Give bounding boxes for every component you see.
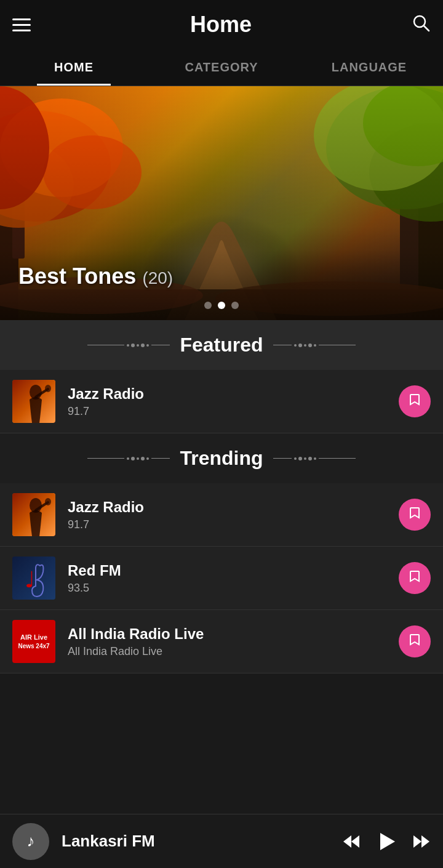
app-header: Home: [0, 0, 443, 49]
air-freq: All India Radio Live: [68, 645, 386, 658]
featured-jazz-radio-bookmark[interactable]: [399, 385, 431, 417]
hero-text: Best Tones (20): [18, 263, 173, 289]
page-title: Home: [190, 12, 252, 38]
hero-dot-2[interactable]: [218, 302, 225, 309]
featured-item-jazz-radio: Jazz Radio 91.7: [0, 370, 443, 433]
bookmark-icon-4: [408, 633, 421, 650]
red-fm-thumb: ♩: [12, 557, 55, 600]
play-button[interactable]: [375, 830, 397, 853]
trending-jazz-radio-bookmark[interactable]: [399, 499, 431, 531]
svg-line-1: [424, 26, 429, 31]
menu-button[interactable]: [12, 18, 31, 31]
svg-marker-31: [380, 833, 395, 850]
tab-bar: HOME CATEGORY LANGUAGE: [0, 49, 443, 86]
air-thumb: AIR Live News 24x7: [12, 620, 55, 663]
svg-marker-33: [421, 835, 429, 848]
jazz-radio-thumb: [12, 380, 55, 423]
divider-right: [273, 344, 356, 347]
player-title: Lankasri FM: [62, 832, 330, 851]
music-note-icon: ♪: [27, 832, 35, 851]
search-icon[interactable]: [411, 13, 431, 37]
tab-category[interactable]: CATEGORY: [148, 49, 295, 86]
air-bookmark[interactable]: [399, 625, 431, 657]
trending-jazz-radio-name: Jazz Radio: [68, 499, 386, 516]
trending-divider-left: [87, 457, 170, 460]
svg-marker-29: [343, 835, 351, 848]
trending-title: Trending: [180, 447, 263, 470]
trending-jazz-thumb: [12, 493, 55, 536]
trending-item-air: AIR Live News 24x7 All India Radio Live …: [0, 610, 443, 673]
red-fm-freq: 93.5: [68, 582, 386, 595]
featured-jazz-radio-info: Jazz Radio 91.7: [68, 385, 386, 418]
forward-button[interactable]: [412, 832, 431, 851]
player-thumb: ♪: [12, 823, 49, 860]
trending-jazz-radio-freq: 91.7: [68, 518, 386, 531]
trending-section-header: Trending: [0, 433, 443, 483]
tab-home[interactable]: HOME: [0, 49, 148, 86]
air-logo-text: AIR Live News 24x7: [18, 633, 49, 649]
featured-jazz-radio-name: Jazz Radio: [68, 385, 386, 403]
svg-text:♩: ♩: [25, 567, 35, 592]
red-fm-info: Red FM 93.5: [68, 562, 386, 595]
rewind-button[interactable]: [342, 832, 361, 851]
trending-jazz-radio-info: Jazz Radio 91.7: [68, 499, 386, 531]
red-fm-name: Red FM: [68, 562, 386, 579]
air-name: All India Radio Live: [68, 625, 386, 643]
hero-dot-1[interactable]: [204, 302, 212, 309]
trending-item-red-fm: ♩ Red FM 93.5: [0, 547, 443, 610]
svg-marker-32: [413, 835, 421, 848]
trending-divider-right: [273, 457, 356, 460]
player-controls: [342, 830, 431, 853]
tab-language[interactable]: LANGUAGE: [295, 49, 443, 86]
featured-jazz-radio-freq: 91.7: [68, 405, 386, 418]
bookmark-icon-2: [408, 506, 421, 523]
hero-banner: Best Tones (20): [0, 86, 443, 320]
red-fm-bookmark[interactable]: [399, 562, 431, 594]
svg-point-23: [45, 385, 51, 392]
bottom-player: ♪ Lankasri FM: [0, 814, 443, 868]
svg-point-26: [45, 498, 51, 505]
trending-item-jazz-radio: Jazz Radio 91.7: [0, 483, 443, 547]
air-info: All India Radio Live All India Radio Liv…: [68, 625, 386, 658]
svg-marker-30: [351, 835, 359, 848]
divider-left: [87, 344, 170, 347]
bookmark-icon: [408, 393, 421, 410]
bookmark-icon-3: [408, 569, 421, 587]
featured-title: Featured: [180, 334, 263, 356]
featured-section-header: Featured: [0, 320, 443, 370]
hero-title: Best Tones (20): [18, 263, 173, 289]
hero-dot-3[interactable]: [231, 302, 239, 309]
hero-dots: [204, 302, 239, 309]
